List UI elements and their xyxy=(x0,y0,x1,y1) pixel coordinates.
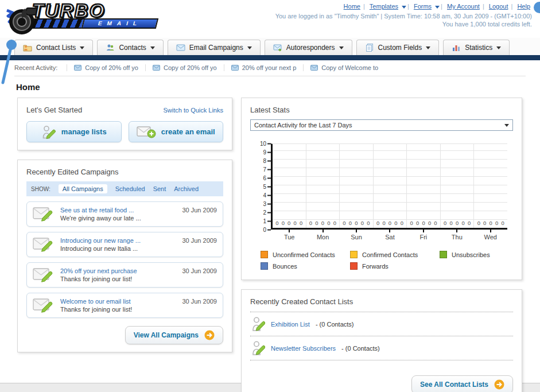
campaign-title[interactable]: See us at the retail food ... xyxy=(60,207,176,214)
data-value-label: 0 xyxy=(468,220,471,226)
manage-lists-button[interactable]: manage lists xyxy=(26,121,122,142)
envelope-pencil-icon xyxy=(33,266,55,284)
chart-x-axis: TueMonSunSatFriThuWed xyxy=(273,230,507,240)
get-started-title: Let's Get Started xyxy=(26,106,82,114)
campaign-subtitle: Thanks for joining our list! xyxy=(60,306,176,313)
autoresponders-icon xyxy=(273,44,282,52)
chart-day-group: 00000 xyxy=(441,144,475,228)
recent-activity-label: Recent Activity: xyxy=(14,64,57,71)
contact-lists-title: Recently Created Contact Lists xyxy=(250,297,513,312)
stats-period-select[interactable]: Contact Activity for the Last 7 Days xyxy=(250,119,513,131)
data-value-label: 0 xyxy=(355,220,358,226)
filter-tab-all-campaigns[interactable]: All Campaigns xyxy=(59,184,107,193)
nav-link-templates[interactable]: Templates xyxy=(370,3,398,10)
data-value-label: 0 xyxy=(315,220,318,226)
recent-activity-item[interactable]: Copy of 20% off yo xyxy=(145,64,224,71)
legend-swatch xyxy=(350,262,358,270)
x-tick-label: Sun xyxy=(340,230,373,240)
person-pencil-icon xyxy=(251,340,265,356)
y-tick-label: 4 xyxy=(263,192,271,199)
contact-list-count: - (0 Contacts) xyxy=(316,321,354,328)
divider xyxy=(14,76,526,76)
logo-title: TURBO xyxy=(32,2,157,20)
envelope-pencil-icon xyxy=(33,236,55,253)
tab-contacts[interactable]: Contacts xyxy=(97,40,163,55)
contact-list-row[interactable]: Exhibition List - (0 Contacts) xyxy=(250,312,513,336)
nav-link-my-account[interactable]: My Account xyxy=(447,3,480,10)
nav-link-logout[interactable]: Logout xyxy=(489,3,508,10)
x-tick-label: Sat xyxy=(373,230,406,240)
nav-link-forms[interactable]: Forms xyxy=(414,3,432,10)
create-email-button[interactable]: create an email xyxy=(129,121,224,142)
data-value-label: 0 xyxy=(382,220,385,226)
contact-list-link[interactable]: Exhibition List xyxy=(271,321,310,328)
switch-quick-links-link[interactable]: Switch to Quick Links xyxy=(163,107,223,114)
tab-statistics[interactable]: Statistics xyxy=(443,40,510,55)
recent-activity-item[interactable]: 20% off your next p xyxy=(224,64,304,71)
credits-info: You have 1,000 total credits left. xyxy=(275,21,532,28)
contact-list-row[interactable]: Newsletter Subscribers - (0 Contacts) xyxy=(250,336,513,360)
envelope-pencil-icon xyxy=(33,205,55,223)
filter-tab-sent[interactable]: Sent xyxy=(153,185,166,192)
filter-tab-scheduled[interactable]: Scheduled xyxy=(115,185,145,192)
caret-down-icon xyxy=(504,124,509,127)
data-value-label: 0 xyxy=(275,220,278,226)
contact-list-count: - (0 Contacts) xyxy=(341,345,380,352)
recent-activity-item[interactable]: Copy of 20% off yo xyxy=(67,64,145,71)
campaign-row[interactable]: See us at the retail food ... We're givi… xyxy=(26,201,223,227)
recent-activity-item[interactable]: Copy of Welcome to xyxy=(303,64,385,71)
campaign-row[interactable]: Welcome to our email list Thanks for joi… xyxy=(26,293,223,318)
recent-activity-bar: Recent Activity: Copy of 20% off yo Copy… xyxy=(0,60,540,75)
campaign-subtitle: We're giving away our late ... xyxy=(60,215,176,222)
campaign-title[interactable]: 20% off your next purchase xyxy=(60,267,176,274)
x-tick-label: Wed xyxy=(474,230,507,240)
filter-tab-archived[interactable]: Archived xyxy=(174,185,199,192)
chart-day-group: 00000 xyxy=(474,144,507,228)
campaign-title[interactable]: Welcome to our email list xyxy=(60,298,176,305)
data-value-label: 0 xyxy=(444,220,446,226)
x-tick-label: Tue xyxy=(273,230,306,240)
contact-lists-icon xyxy=(23,43,32,52)
logo-subtitle: EMAIL xyxy=(81,18,158,29)
data-value-label: 0 xyxy=(401,220,403,226)
legend-item: Bounces xyxy=(261,262,350,270)
campaigns-filter-tabs: SHOW: All Campaigns Scheduled Sent Archi… xyxy=(26,181,223,196)
navy-band xyxy=(0,55,540,60)
data-value-label: 0 xyxy=(394,220,397,226)
caret-down-icon xyxy=(80,46,84,49)
y-tick-label: 9 xyxy=(263,149,271,156)
campaign-row[interactable]: Introducing our new range ... Introducin… xyxy=(26,232,223,257)
recently-created-contact-lists-panel: Recently Created Contact Lists Exhibitio… xyxy=(241,289,522,392)
campaign-row[interactable]: 20% off your next purchase Thanks for jo… xyxy=(26,262,223,288)
arrow-circle-icon xyxy=(204,330,215,340)
nav-link-help[interactable]: Help xyxy=(517,3,530,10)
legend-item: Unconfirmed Contacts xyxy=(261,251,350,258)
chart-day-group: 00000 xyxy=(340,144,374,228)
tab-custom-fields[interactable]: Custom Fields xyxy=(356,40,440,55)
campaign-date: 30 Jun 2009 xyxy=(182,207,217,214)
campaign-date: 30 Jun 2009 xyxy=(182,298,217,305)
header-right: Home| Templates| Forms| My Account| Logo… xyxy=(275,3,532,28)
tab-email-campaigns[interactable]: Email Campaigns xyxy=(168,40,261,55)
tab-contact-lists[interactable]: Contact Lists xyxy=(14,40,93,55)
x-tick-label: Fri xyxy=(407,230,440,240)
annotation-dot xyxy=(534,2,540,13)
recently-edited-campaigns-panel: Recently Edited Campaigns SHOW: All Camp… xyxy=(17,160,232,352)
legend-swatch xyxy=(440,251,447,258)
campaign-title[interactable]: Introducing our new range ... xyxy=(60,237,176,244)
envelope-icon xyxy=(231,65,239,71)
tab-autoresponders[interactable]: Autoresponders xyxy=(265,40,352,55)
chart-day-group: 00000 xyxy=(273,144,306,228)
data-value-label: 0 xyxy=(502,220,504,226)
y-tick-label: 1 xyxy=(263,218,271,224)
caret-down-icon xyxy=(247,46,252,49)
envelope-icon xyxy=(153,65,160,71)
nav-link-home[interactable]: Home xyxy=(344,3,360,10)
envelope-icon xyxy=(310,65,318,71)
data-value-label: 0 xyxy=(343,220,345,226)
see-all-contact-lists-button[interactable]: See All Contact Lists xyxy=(411,375,513,392)
email-campaigns-icon xyxy=(176,44,185,52)
view-all-campaigns-button[interactable]: View All Campaigns xyxy=(125,326,223,344)
legend-swatch xyxy=(350,251,358,258)
contact-list-link[interactable]: Newsletter Subscribers xyxy=(271,345,336,352)
